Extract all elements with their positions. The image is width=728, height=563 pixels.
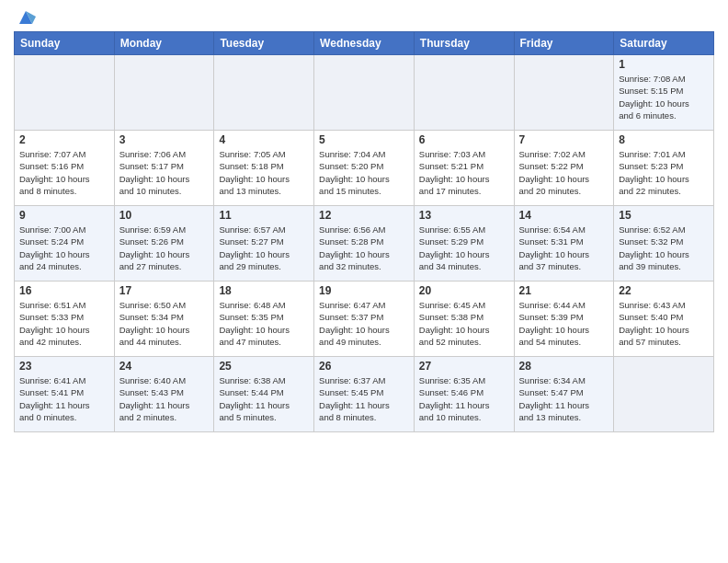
day-number: 3 <box>119 133 210 146</box>
day-info: Sunrise: 6:51 AM Sunset: 5:33 PM Dayligh… <box>19 299 109 348</box>
day-number: 22 <box>619 284 709 297</box>
calendar-day-cell: 13Sunrise: 6:55 AM Sunset: 5:29 PM Dayli… <box>414 206 514 282</box>
calendar-day-cell: 26Sunrise: 6:37 AM Sunset: 5:45 PM Dayli… <box>314 357 415 432</box>
calendar-day-cell: 14Sunrise: 6:54 AM Sunset: 5:31 PM Dayli… <box>514 206 614 282</box>
day-info: Sunrise: 7:08 AM Sunset: 5:15 PM Dayligh… <box>619 73 709 121</box>
day-info: Sunrise: 6:56 AM Sunset: 5:28 PM Dayligh… <box>319 224 409 272</box>
day-info: Sunrise: 7:04 AM Sunset: 5:20 PM Dayligh… <box>319 148 409 197</box>
day-info: Sunrise: 6:44 AM Sunset: 5:39 PM Dayligh… <box>519 299 609 348</box>
calendar-day-cell: 21Sunrise: 6:44 AM Sunset: 5:39 PM Dayli… <box>514 282 614 357</box>
calendar-day-cell: 2Sunrise: 7:07 AM Sunset: 5:16 PM Daylig… <box>15 131 115 206</box>
calendar-day-cell: 16Sunrise: 6:51 AM Sunset: 5:33 PM Dayli… <box>15 282 115 357</box>
calendar-day-cell: 23Sunrise: 6:41 AM Sunset: 5:41 PM Dayli… <box>15 357 115 432</box>
weekday-header-sunday: Sunday <box>15 32 115 55</box>
calendar-day-cell: 25Sunrise: 6:38 AM Sunset: 5:44 PM Dayli… <box>214 357 314 432</box>
calendar-day-cell: 4Sunrise: 7:05 AM Sunset: 5:18 PM Daylig… <box>214 131 314 206</box>
day-info: Sunrise: 6:40 AM Sunset: 5:43 PM Dayligh… <box>119 374 210 423</box>
calendar-day-cell <box>114 55 214 131</box>
calendar-day-cell: 9Sunrise: 7:00 AM Sunset: 5:24 PM Daylig… <box>15 206 115 282</box>
day-info: Sunrise: 6:35 AM Sunset: 5:46 PM Dayligh… <box>419 374 509 423</box>
calendar-day-cell: 12Sunrise: 6:56 AM Sunset: 5:28 PM Dayli… <box>314 206 415 282</box>
day-number: 20 <box>419 284 509 297</box>
day-info: Sunrise: 7:07 AM Sunset: 5:16 PM Dayligh… <box>19 148 109 197</box>
day-info: Sunrise: 6:47 AM Sunset: 5:37 PM Dayligh… <box>319 299 409 348</box>
calendar-day-cell: 6Sunrise: 7:03 AM Sunset: 5:21 PM Daylig… <box>414 131 514 206</box>
weekday-header-monday: Monday <box>114 32 214 55</box>
day-number: 1 <box>619 58 709 71</box>
day-number: 23 <box>19 360 109 373</box>
calendar-day-cell <box>15 55 115 131</box>
day-info: Sunrise: 6:50 AM Sunset: 5:34 PM Dayligh… <box>119 299 210 348</box>
calendar-week-row: 16Sunrise: 6:51 AM Sunset: 5:33 PM Dayli… <box>15 282 714 357</box>
weekday-header-saturday: Saturday <box>614 32 714 55</box>
header <box>14 9 714 24</box>
day-number: 25 <box>219 360 309 373</box>
day-info: Sunrise: 7:02 AM Sunset: 5:22 PM Dayligh… <box>519 148 609 197</box>
weekday-header-wednesday: Wednesday <box>314 32 415 55</box>
day-info: Sunrise: 7:03 AM Sunset: 5:21 PM Dayligh… <box>419 148 509 197</box>
day-number: 13 <box>419 209 509 222</box>
day-info: Sunrise: 6:38 AM Sunset: 5:44 PM Dayligh… <box>219 374 309 423</box>
day-number: 4 <box>219 133 309 146</box>
day-info: Sunrise: 7:05 AM Sunset: 5:18 PM Dayligh… <box>219 148 309 197</box>
calendar-day-cell: 22Sunrise: 6:43 AM Sunset: 5:40 PM Dayli… <box>614 282 714 357</box>
calendar-day-cell: 18Sunrise: 6:48 AM Sunset: 5:35 PM Dayli… <box>214 282 314 357</box>
calendar-day-cell <box>214 55 314 131</box>
day-info: Sunrise: 6:54 AM Sunset: 5:31 PM Dayligh… <box>519 224 609 272</box>
day-number: 9 <box>19 209 109 222</box>
day-info: Sunrise: 6:48 AM Sunset: 5:35 PM Dayligh… <box>219 299 309 348</box>
page-container: SundayMondayTuesdayWednesdayThursdayFrid… <box>0 0 728 437</box>
day-info: Sunrise: 6:45 AM Sunset: 5:38 PM Dayligh… <box>419 299 509 348</box>
calendar-day-cell <box>414 55 514 131</box>
weekday-header-tuesday: Tuesday <box>214 32 314 55</box>
day-info: Sunrise: 6:34 AM Sunset: 5:47 PM Dayligh… <box>519 374 609 423</box>
day-number: 26 <box>319 360 409 373</box>
calendar-week-row: 23Sunrise: 6:41 AM Sunset: 5:41 PM Dayli… <box>15 357 714 432</box>
day-info: Sunrise: 6:41 AM Sunset: 5:41 PM Dayligh… <box>19 374 109 423</box>
day-info: Sunrise: 7:00 AM Sunset: 5:24 PM Dayligh… <box>19 224 109 272</box>
day-info: Sunrise: 6:57 AM Sunset: 5:27 PM Dayligh… <box>219 224 309 272</box>
calendar-week-row: 1Sunrise: 7:08 AM Sunset: 5:15 PM Daylig… <box>15 55 714 131</box>
calendar-day-cell: 28Sunrise: 6:34 AM Sunset: 5:47 PM Dayli… <box>514 357 614 432</box>
day-number: 2 <box>19 133 109 146</box>
day-number: 8 <box>619 133 709 146</box>
day-number: 15 <box>619 209 709 222</box>
day-info: Sunrise: 6:59 AM Sunset: 5:26 PM Dayligh… <box>119 224 210 272</box>
logo <box>14 9 36 24</box>
day-info: Sunrise: 7:06 AM Sunset: 5:17 PM Dayligh… <box>119 148 210 197</box>
day-info: Sunrise: 6:55 AM Sunset: 5:29 PM Dayligh… <box>419 224 509 272</box>
day-number: 11 <box>219 209 309 222</box>
calendar-day-cell: 27Sunrise: 6:35 AM Sunset: 5:46 PM Dayli… <box>414 357 514 432</box>
day-number: 6 <box>419 133 509 146</box>
weekday-header-row: SundayMondayTuesdayWednesdayThursdayFrid… <box>15 32 714 55</box>
calendar-day-cell: 1Sunrise: 7:08 AM Sunset: 5:15 PM Daylig… <box>614 55 714 131</box>
day-number: 12 <box>319 209 409 222</box>
day-number: 17 <box>119 284 210 297</box>
day-number: 24 <box>119 360 210 373</box>
calendar-day-cell: 24Sunrise: 6:40 AM Sunset: 5:43 PM Dayli… <box>114 357 214 432</box>
calendar-day-cell <box>614 357 714 432</box>
day-number: 10 <box>119 209 210 222</box>
day-info: Sunrise: 7:01 AM Sunset: 5:23 PM Dayligh… <box>619 148 709 197</box>
calendar-day-cell: 8Sunrise: 7:01 AM Sunset: 5:23 PM Daylig… <box>614 131 714 206</box>
calendar-day-cell: 10Sunrise: 6:59 AM Sunset: 5:26 PM Dayli… <box>114 206 214 282</box>
logo-icon <box>16 7 36 28</box>
day-number: 21 <box>519 284 609 297</box>
calendar-day-cell: 17Sunrise: 6:50 AM Sunset: 5:34 PM Dayli… <box>114 282 214 357</box>
day-info: Sunrise: 6:37 AM Sunset: 5:45 PM Dayligh… <box>319 374 409 423</box>
calendar-day-cell <box>514 55 614 131</box>
calendar-day-cell: 20Sunrise: 6:45 AM Sunset: 5:38 PM Dayli… <box>414 282 514 357</box>
day-info: Sunrise: 6:43 AM Sunset: 5:40 PM Dayligh… <box>619 299 709 348</box>
day-number: 19 <box>319 284 409 297</box>
calendar-table: SundayMondayTuesdayWednesdayThursdayFrid… <box>14 31 714 432</box>
calendar-week-row: 9Sunrise: 7:00 AM Sunset: 5:24 PM Daylig… <box>15 206 714 282</box>
calendar-day-cell: 3Sunrise: 7:06 AM Sunset: 5:17 PM Daylig… <box>114 131 214 206</box>
day-number: 5 <box>319 133 409 146</box>
calendar-week-row: 2Sunrise: 7:07 AM Sunset: 5:16 PM Daylig… <box>15 131 714 206</box>
weekday-header-thursday: Thursday <box>414 32 514 55</box>
calendar-day-cell <box>314 55 415 131</box>
weekday-header-friday: Friday <box>514 32 614 55</box>
day-number: 16 <box>19 284 109 297</box>
day-number: 28 <box>519 360 609 373</box>
calendar-day-cell: 15Sunrise: 6:52 AM Sunset: 5:32 PM Dayli… <box>614 206 714 282</box>
